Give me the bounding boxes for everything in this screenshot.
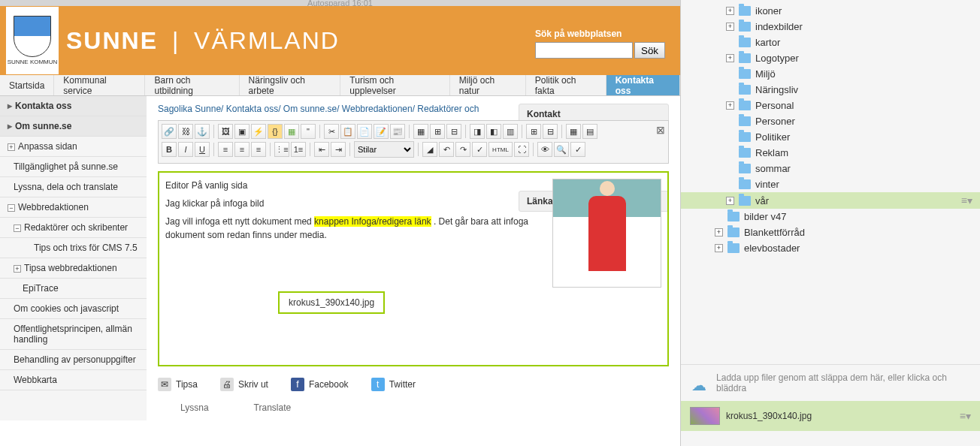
quote-icon[interactable]: " [301,124,316,139]
undo-icon[interactable]: ↶ [439,142,454,157]
expand-icon[interactable]: − [8,204,15,212]
share-tipsa[interactable]: ✉Tipsa [158,378,198,391]
nav-item-3[interactable]: Näringsliv och arbete [240,75,341,95]
tree-expand-icon[interactable]: + [715,228,723,237]
tree-item-logotyper[interactable]: +Logotyper [681,50,980,66]
upload-dropzone[interactable]: ☁ Ladda upp filer genom att släppa dem h… [681,364,980,401]
breadcrumb-link-0[interactable]: Sagolika Sunne [158,104,221,114]
tree-item-miljö[interactable]: +Miljö [681,66,980,82]
sidebar-item-0[interactable]: ▸Kontakta oss [0,96,147,116]
copy-icon[interactable]: 📋 [340,124,355,139]
breadcrumb-link-1[interactable]: Kontakta oss [226,104,278,114]
sidebar-item-2[interactable]: +Anpassa sidan [0,137,147,157]
nav-item-4[interactable]: Turism och upplevelser [340,75,449,95]
html-button[interactable]: HTML [488,142,513,157]
sidebar-item-10[interactable]: Om cookies och javascript [0,299,147,319]
underline-icon[interactable]: U [195,142,210,157]
image-icon[interactable]: 🖼 [218,124,233,139]
nav-item-0[interactable]: Startsida [0,75,54,95]
tree-item-näringsliv[interactable]: +Näringsliv [681,82,980,98]
number-list-icon[interactable]: 1≡ [291,142,306,157]
tree-item-reklam[interactable]: +Reklam [681,145,980,161]
preview-icon[interactable]: 👁 [537,142,552,157]
breadcrumb-link-4[interactable]: Redaktörer och [417,104,479,114]
tree-item-politiker[interactable]: +Politiker [681,129,980,145]
merge-cells-icon[interactable]: ⊞ [526,124,541,139]
tree-item-kartor[interactable]: +kartor [681,35,980,50]
tree-item-ikoner[interactable]: +ikoner [681,3,980,19]
eraser-icon[interactable]: ◢ [422,142,437,157]
fullscreen-icon[interactable]: ⛶ [514,142,529,157]
footer-link-translate[interactable]: Translate [254,402,292,413]
cut-icon[interactable]: ✂ [324,124,339,139]
find-icon[interactable]: 🔍 [554,142,569,157]
sidebar-item-1[interactable]: ▸Om sunne.se [0,116,147,137]
col-delete-icon[interactable]: ▥ [503,124,518,139]
nav-item-6[interactable]: Politik och fakta [526,75,606,95]
media-icon[interactable]: ▣ [234,124,250,139]
sidebar-item-13[interactable]: Webbkarta [0,370,147,390]
search-button[interactable]: Sök [634,42,665,59]
inserted-image[interactable] [552,179,661,288]
tree-item-personal[interactable]: +Personal [681,98,980,113]
sidebar-item-6[interactable]: −Redaktörer och skribenter [0,218,147,238]
share-skriv ut[interactable]: 🖨Skriv ut [220,378,268,391]
tree-item-vår[interactable]: +vår≡▾ [681,192,980,209]
outdent-icon[interactable]: ⇤ [314,142,329,157]
indent-icon[interactable]: ⇥ [331,142,346,157]
tree-expand-icon[interactable]: + [726,197,734,205]
sidebar-item-4[interactable]: Lyssna, dela och translate [0,177,147,197]
paste-icon[interactable]: 📄 [357,124,372,139]
editor-content-area[interactable]: Editor På vanlig sida Jag klickar på inf… [158,171,669,366]
spellcheck-icon[interactable]: ✓ [570,142,585,157]
tree-expand-icon[interactable]: + [726,23,734,31]
code-icon[interactable]: {} [268,124,283,139]
col-after-icon[interactable]: ◧ [486,124,501,139]
tree-item-vinter[interactable]: +vinter [681,176,980,192]
tree-item-indexbilder[interactable]: +indexbilder [681,19,980,35]
row-delete-icon[interactable]: ⊟ [446,124,461,139]
search-input[interactable] [535,42,633,59]
table-icon[interactable]: ▦ [413,124,428,139]
italic-icon[interactable]: I [178,142,193,157]
share-twitter[interactable]: tTwitter [371,378,416,391]
style-select[interactable]: Stilar [354,141,414,158]
tree-expand-icon[interactable]: + [726,7,734,15]
flash-icon[interactable]: ⚡ [251,124,266,139]
align-right-icon[interactable]: ≡ [251,142,266,157]
insert-icon[interactable]: ▦ [284,124,299,139]
site-logo[interactable]: SUNNE KOMMUN [6,7,59,74]
close-icon[interactable]: ⊠ [656,124,665,136]
tree-expand-icon[interactable]: + [726,101,734,110]
sidebar-item-5[interactable]: −Webbredaktionen [0,197,147,218]
share-facebook[interactable]: fFacebook [291,378,349,391]
cell-props-icon[interactable]: ▦ [566,124,581,139]
row-props-icon[interactable]: ▤ [582,124,597,139]
file-attachment-box[interactable]: krokus1_390x140.jpg [278,291,385,314]
align-center-icon[interactable]: ≡ [234,142,250,157]
link-icon[interactable]: 🔗 [162,124,177,139]
align-left-icon[interactable]: ≡ [218,142,233,157]
expand-icon[interactable]: − [14,225,21,232]
footer-link-listen[interactable]: Lyssna [180,402,209,413]
paste-word-icon[interactable]: 📰 [390,124,405,139]
breadcrumb-link-2[interactable]: Om sunne.se [283,104,337,114]
file-menu-icon[interactable]: ≡▾ [960,410,971,422]
tree-expand-icon[interactable]: + [726,54,734,62]
sidebar-item-7[interactable]: Tips och trixs för CMS 7.5 [0,238,147,258]
breadcrumb-link-3[interactable]: Webbredaktionen [342,104,413,114]
sidebar-item-12[interactable]: Behandling av personuppgifter [0,350,147,370]
col-before-icon[interactable]: ◨ [470,124,485,139]
expand-icon[interactable]: + [14,265,21,273]
nav-item-7[interactable]: Kontakta oss [606,75,680,95]
redo-icon[interactable]: ↷ [455,142,470,157]
nav-item-1[interactable]: Kommunal service [54,75,145,95]
tree-item-sommar[interactable]: +sommar [681,161,980,176]
nav-item-5[interactable]: Miljö och natur [450,75,526,95]
bold-icon[interactable]: B [162,142,177,157]
tree-item-elevbostader[interactable]: +elevbostader [681,240,980,256]
nav-item-2[interactable]: Barn och utbildning [145,75,239,95]
file-row-selected[interactable]: krokus1_390x140.jpg ≡▾ [681,401,980,431]
unlink-icon[interactable]: ⛓ [178,124,193,139]
tree-item-blankettförråd[interactable]: +Blankettförråd [681,225,980,240]
